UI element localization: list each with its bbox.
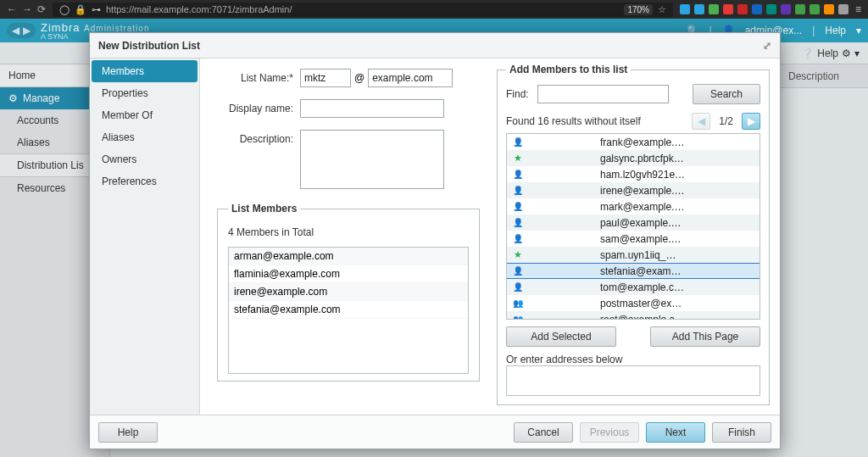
result-email: paul@example.… — [600, 217, 682, 229]
extension-icon[interactable] — [838, 4, 849, 14]
result-row[interactable]: irene@example.… — [507, 182, 760, 198]
result-row[interactable]: paul@example.… — [507, 215, 760, 231]
list-item[interactable]: irene@example.com — [229, 283, 468, 301]
extension-icon[interactable] — [709, 4, 719, 14]
expand-icon[interactable]: ⤢ — [763, 40, 771, 52]
lock-icon: 🔒 — [75, 4, 86, 15]
nav-pill[interactable]: ◀ ▶ — [7, 23, 36, 38]
dialog-nav-preferences[interactable]: Preferences — [92, 170, 198, 192]
extension-icon[interactable] — [723, 4, 733, 14]
result-row[interactable]: frank@example.… — [507, 134, 760, 150]
url-bar[interactable]: ◯ 🔒 ⊶ https://mail.example.com:7071/zimb… — [53, 3, 673, 17]
extension-icon[interactable] — [680, 4, 690, 14]
extension-icon[interactable] — [810, 4, 820, 14]
result-row[interactable]: postmaster@ex… — [507, 295, 760, 311]
result-row[interactable]: mark@example.… — [507, 198, 760, 215]
extension-icon[interactable] — [766, 4, 776, 14]
gear-icon[interactable]: ⚙ — [842, 47, 851, 59]
extension-icon[interactable] — [781, 4, 791, 14]
reload-icon[interactable]: ⟳ — [37, 3, 46, 15]
user-icon — [512, 170, 524, 179]
extension-icon[interactable] — [752, 4, 762, 14]
result-email: postmaster@ex… — [600, 298, 682, 309]
display-name-input[interactable] — [300, 99, 444, 118]
members-total: 4 Members in Total — [228, 226, 469, 238]
extension-icon[interactable] — [737, 4, 748, 14]
extension-icon[interactable] — [824, 4, 834, 14]
dialog-title: New Distribution List — [98, 40, 200, 52]
list-members-legend: List Members — [228, 203, 300, 215]
search-button[interactable]: Search — [693, 84, 760, 104]
result-row[interactable]: ham.lz0gvh921e… — [507, 166, 760, 182]
dialog-title-bar[interactable]: New Distribution List ⤢ — [90, 33, 780, 59]
enter-addresses-label: Or enter addresses below — [506, 354, 760, 365]
page-prev-button[interactable]: ◀ — [692, 113, 710, 130]
dialog-footer: Help Cancel Previous Next Finish — [90, 415, 780, 449]
zoom-level[interactable]: 170% — [624, 4, 653, 15]
arrow-right-icon: ▶ — [748, 115, 755, 127]
list-members-panel: List Members 4 Members in Total arman@ex… — [217, 203, 480, 382]
result-row[interactable]: tom@example.c… — [507, 279, 760, 295]
chevron-down-icon[interactable]: ▾ — [856, 25, 861, 36]
help-button[interactable]: Help — [98, 422, 158, 443]
next-button[interactable]: Next — [646, 422, 705, 443]
dialog-nav-properties[interactable]: Properties — [92, 82, 198, 104]
result-email: ham.lz0gvh921e… — [600, 169, 685, 181]
list-item[interactable]: stefania@example.com — [229, 301, 468, 319]
add-members-legend: Add Members to this list — [506, 64, 631, 75]
result-row[interactable]: galsync.pbrtcfpk… — [507, 150, 760, 166]
add-selected-button[interactable]: Add Selected — [506, 326, 616, 347]
list-item[interactable]: arman@example.com — [229, 248, 468, 265]
result-row[interactable]: root@example.c… — [507, 311, 760, 320]
extension-icon[interactable] — [694, 4, 704, 14]
finish-button[interactable]: Finish — [712, 422, 771, 443]
shield-icon: ◯ — [59, 4, 70, 15]
result-email: tom@example.c… — [600, 281, 684, 293]
result-row[interactable]: spam.uyn1iiq_… — [507, 247, 760, 263]
member-list[interactable]: arman@example.comflaminia@example.comire… — [228, 247, 469, 374]
result-email: spam.uyn1iiq_… — [600, 249, 676, 261]
dialog-nav-members[interactable]: Members — [92, 60, 198, 82]
dialog-nav-member-of[interactable]: Member Of — [92, 104, 198, 126]
list-name-input[interactable] — [300, 69, 351, 87]
add-this-page-button[interactable]: Add This Page — [650, 326, 760, 347]
domain-input[interactable] — [368, 69, 453, 87]
chevron-down-icon[interactable]: ▾ — [854, 47, 860, 59]
page-next-button[interactable]: ▶ — [742, 113, 760, 130]
result-email: stefania@exam… — [600, 265, 682, 277]
dialog-new-distribution-list: New Distribution List ⤢ MembersPropertie… — [89, 32, 781, 449]
list-item[interactable]: flaminia@example.com — [229, 265, 468, 283]
prev-icon[interactable]: ◀ — [12, 25, 19, 36]
user-icon — [512, 137, 524, 147]
user-icon — [512, 282, 524, 292]
result-email: frank@example.… — [600, 137, 685, 148]
find-label: Find: — [506, 88, 529, 100]
help2-label[interactable]: Help — [817, 47, 838, 59]
arrow-left-icon: ◀ — [698, 115, 705, 127]
results-list[interactable]: frank@example.…galsync.pbrtcfpk…ham.lz0g… — [506, 133, 760, 320]
results-count: Found 16 results without itself — [506, 115, 687, 127]
result-row[interactable]: stefania@exam… — [507, 263, 760, 279]
star-icon — [512, 153, 524, 164]
cancel-button[interactable]: Cancel — [514, 422, 573, 443]
next-icon[interactable]: ▶ — [23, 25, 31, 36]
help-link[interactable]: Help — [825, 25, 846, 36]
cog-icon: ⚙ — [8, 92, 18, 104]
page-indicator: 1/2 — [715, 114, 737, 129]
dialog-nav-owners[interactable]: Owners — [92, 148, 198, 170]
result-email: root@example.c… — [600, 314, 685, 320]
back-icon[interactable]: ← — [7, 3, 17, 15]
extension-icon[interactable] — [795, 4, 805, 14]
result-row[interactable]: sam@example.… — [507, 231, 760, 247]
description-input[interactable] — [300, 130, 444, 189]
dialog-nav-aliases[interactable]: Aliases — [92, 126, 198, 148]
help-icon[interactable]: ❔ — [801, 47, 814, 59]
key-icon: ⊶ — [92, 4, 101, 15]
forward-icon[interactable]: → — [22, 3, 32, 15]
menu-icon[interactable]: ≡ — [855, 3, 861, 15]
extension-icons — [680, 4, 849, 14]
star-icon[interactable]: ☆ — [658, 4, 666, 15]
result-email: sam@example.… — [600, 233, 682, 245]
find-input[interactable] — [537, 85, 669, 103]
addresses-textarea[interactable] — [506, 365, 760, 396]
